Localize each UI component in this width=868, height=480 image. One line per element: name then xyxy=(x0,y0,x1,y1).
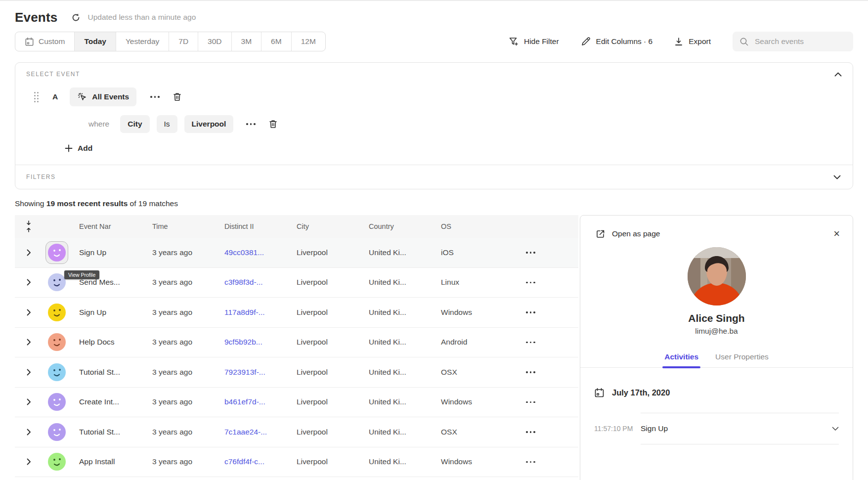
date-tab-label: 30D xyxy=(208,37,221,46)
collapse-all-icon[interactable] xyxy=(26,220,32,232)
cell-distinct-id[interactable]: b461ef7d-... xyxy=(218,397,291,406)
expand-row-icon[interactable] xyxy=(27,369,31,376)
expand-row-icon[interactable] xyxy=(27,398,31,405)
event-delete-button[interactable] xyxy=(173,92,182,102)
cell-os: Linux xyxy=(435,278,507,287)
cell-os: Windows xyxy=(435,308,507,317)
property-chip[interactable]: City xyxy=(120,115,149,133)
cell-distinct-id[interactable]: 49cc0381... xyxy=(218,248,291,257)
where-more-button[interactable] xyxy=(240,123,261,125)
trash-icon xyxy=(268,119,278,129)
row-more-button[interactable] xyxy=(520,252,578,254)
row-more-button[interactable] xyxy=(520,282,578,284)
avatar[interactable] xyxy=(48,423,66,441)
row-more-button[interactable] xyxy=(520,311,578,313)
cell-event-name[interactable]: Help Docs xyxy=(71,338,146,347)
cell-event-name[interactable]: Sign Up xyxy=(71,248,146,257)
table-row: Help Docs3 years ago9cf5b92b...Liverpool… xyxy=(15,328,578,358)
date-tab-label: 3M xyxy=(241,37,252,46)
export-button[interactable]: Export xyxy=(674,37,711,46)
collapse-section-button[interactable] xyxy=(834,72,842,77)
column-header-distinct-id[interactable]: Distinct II xyxy=(218,222,291,230)
cell-distinct-id[interactable]: 7c1aae24-... xyxy=(218,428,291,436)
cell-event-name[interactable]: Sign Up xyxy=(71,308,146,317)
where-delete-button[interactable] xyxy=(268,119,278,129)
cell-event-name[interactable]: Tutorial St... xyxy=(71,368,146,377)
cell-distinct-id[interactable]: c76fdf4f-c... xyxy=(218,457,291,466)
date-tab-30d[interactable]: 30D xyxy=(198,32,231,51)
column-header-city[interactable]: City xyxy=(291,222,363,230)
operator-chip[interactable]: Is xyxy=(157,115,177,133)
filters-section-toggle[interactable]: FILTERS xyxy=(15,165,853,189)
expand-row-icon[interactable] xyxy=(27,309,31,316)
value-chip[interactable]: Liverpool xyxy=(184,115,234,133)
cell-distinct-id[interactable]: 7923913f-... xyxy=(218,368,291,377)
date-tab-7d[interactable]: 7D xyxy=(169,32,198,51)
column-header-time[interactable]: Time xyxy=(146,222,218,230)
cell-distinct-id[interactable]: c3f98f3d-... xyxy=(218,278,291,287)
cell-city: Liverpool xyxy=(291,368,363,377)
cell-distinct-id[interactable]: 9cf5b92b... xyxy=(218,338,291,347)
expand-row-icon[interactable] xyxy=(27,458,31,465)
open-as-page-button[interactable]: Open as page xyxy=(595,229,660,239)
date-tab-label: 7D xyxy=(178,37,188,46)
date-tab-today[interactable]: Today xyxy=(74,32,116,51)
date-tab-12m[interactable]: 12M xyxy=(291,32,325,51)
drag-handle-icon[interactable] xyxy=(34,92,39,102)
cell-event-name[interactable]: Create Int... xyxy=(71,397,146,406)
tab-user-properties[interactable]: User Properties xyxy=(715,352,769,367)
search-input[interactable] xyxy=(755,37,846,46)
column-header-event-name[interactable]: Event Nar xyxy=(71,222,146,230)
row-more-button[interactable] xyxy=(520,401,578,403)
date-tab-custom[interactable]: Custom xyxy=(15,32,74,51)
tab-activities[interactable]: Activities xyxy=(664,352,698,367)
cell-distinct-id[interactable]: 117a8d9f-... xyxy=(218,308,291,317)
edit-columns-button[interactable]: Edit Columns · 6 xyxy=(581,37,653,46)
edit-columns-label: Edit Columns · 6 xyxy=(596,37,653,46)
date-tab-yesterday[interactable]: Yesterday xyxy=(116,32,169,51)
open-as-page-label: Open as page xyxy=(612,229,660,238)
toolbar: Hide Filter Edit Columns · 6 Export xyxy=(509,32,853,51)
profile-email: limuj@he.ba xyxy=(580,327,853,336)
date-tab-6m[interactable]: 6M xyxy=(261,32,291,51)
cell-event-name[interactable]: Tutorial St... xyxy=(71,428,146,436)
date-tab-3m[interactable]: 3M xyxy=(231,32,261,51)
row-more-button[interactable] xyxy=(520,431,578,433)
chevron-down-icon xyxy=(832,427,839,431)
refresh-button[interactable] xyxy=(71,13,81,22)
row-more-button[interactable] xyxy=(520,371,578,373)
table-row: Sign Up3 years ago117a8d9f-...LiverpoolU… xyxy=(15,298,578,328)
activity-expander[interactable]: Sign Up xyxy=(641,413,839,444)
expand-row-icon[interactable] xyxy=(27,279,31,286)
cell-country: United Ki... xyxy=(363,278,435,287)
cell-time: 3 years ago xyxy=(146,428,218,436)
avatar[interactable] xyxy=(48,363,66,381)
event-more-button[interactable] xyxy=(144,96,166,98)
add-clause-button[interactable]: Add xyxy=(65,144,853,153)
cell-event-name[interactable]: App Install xyxy=(71,457,146,466)
avatar[interactable] xyxy=(48,304,66,321)
row-more-button[interactable] xyxy=(520,461,578,463)
expand-row-icon[interactable] xyxy=(27,249,31,256)
column-header-os[interactable]: OS xyxy=(435,222,507,230)
avatar[interactable] xyxy=(48,393,66,411)
avatar[interactable] xyxy=(48,333,66,351)
row-more-button[interactable] xyxy=(520,342,578,344)
cell-time: 3 years ago xyxy=(146,248,218,257)
cell-time: 3 years ago xyxy=(146,457,218,466)
cell-city: Liverpool xyxy=(291,428,363,436)
avatar-selected-frame[interactable] xyxy=(45,241,68,264)
expand-row-icon[interactable] xyxy=(27,429,31,436)
all-events-chip[interactable]: All Events xyxy=(70,87,136,106)
cell-country: United Ki... xyxy=(363,457,435,466)
events-table: Event Nar Time Distinct II City Country … xyxy=(15,215,578,477)
cell-time: 3 years ago xyxy=(146,278,218,287)
close-icon[interactable]: × xyxy=(833,228,840,239)
add-label: Add xyxy=(78,144,92,153)
avatar[interactable] xyxy=(48,273,66,291)
hide-filter-button[interactable]: Hide Filter xyxy=(509,37,559,46)
search-box xyxy=(733,32,853,51)
expand-row-icon[interactable] xyxy=(27,339,31,346)
avatar[interactable] xyxy=(48,453,66,471)
column-header-country[interactable]: Country xyxy=(363,222,435,230)
